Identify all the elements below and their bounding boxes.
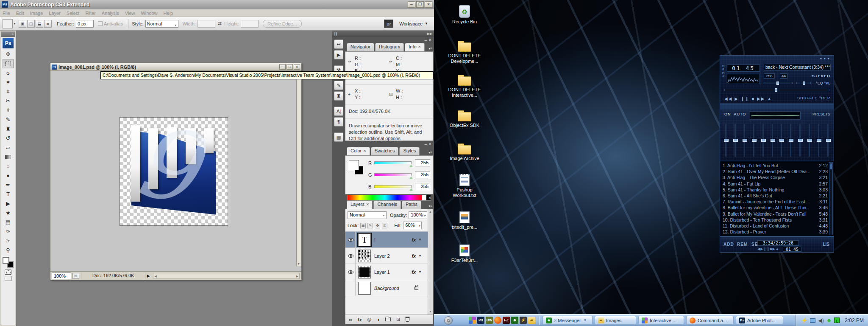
layer-name[interactable]: Layer 1 (374, 270, 390, 275)
r-value-input[interactable]: 255 (415, 159, 430, 166)
scroll-down-icon[interactable]: ▼ (297, 262, 300, 265)
eq-slider[interactable] (818, 124, 819, 157)
menu-edit[interactable]: Edit (16, 11, 24, 16)
menu-file[interactable]: File (3, 11, 10, 16)
menu-layer[interactable]: Layer (49, 11, 61, 16)
wireless-tray-icon[interactable]: ʗ (834, 318, 840, 323)
gradient-tool[interactable] (3, 152, 14, 162)
winamp-main-window[interactable]: ●●● O A I D V 01 45 back - Next Contesta… (720, 55, 834, 104)
tab-channels[interactable]: Channels (373, 200, 401, 209)
layer-row-text[interactable]: T I fx▼ (345, 232, 428, 248)
tab-histogram[interactable]: Histogram (375, 43, 404, 51)
tab-layers[interactable]: Layers× (347, 200, 373, 209)
playlist-item[interactable]: 11. Disturbed - Land of Confusion4:48 (723, 223, 828, 229)
layer-style-icon[interactable]: fx (358, 317, 362, 322)
clone-source-panel-icon[interactable]: ♜ (334, 91, 343, 101)
paragraph-panel-icon[interactable]: ¶ (334, 117, 343, 126)
layer-fx-badge[interactable]: fx (412, 253, 416, 259)
path-selection-tool[interactable]: ▶ (3, 199, 14, 208)
clock[interactable]: 3:02 PM (845, 318, 864, 323)
network-tray-icon[interactable] (810, 318, 815, 323)
eject-button[interactable]: ▲ (767, 96, 772, 101)
hand-tool[interactable]: ☞ (3, 236, 14, 246)
collapse-dock-icon[interactable]: ▶▶ (427, 31, 432, 37)
menu-image[interactable]: Image (30, 11, 43, 16)
visibility-toggle[interactable] (346, 248, 356, 264)
adjustment-layer-icon[interactable]: ◑ (377, 317, 380, 322)
foreground-color-swatch[interactable] (3, 257, 9, 264)
visibility-toggle[interactable] (346, 280, 356, 296)
quick-mask-button[interactable] (5, 270, 11, 275)
close-tab-icon[interactable]: × (418, 44, 421, 49)
marquee-tool-preset[interactable] (3, 19, 13, 28)
menu-select[interactable]: Select (67, 11, 80, 16)
notes-tool[interactable]: ▤ (3, 218, 14, 227)
close-button[interactable]: ✕ (425, 1, 432, 8)
desktop-icon-txtedit-preview[interactable]: txtedit_pre... (440, 209, 489, 230)
fill-input[interactable]: 60%▸ (403, 222, 422, 229)
refine-edge-button[interactable]: Refine Edge... (263, 20, 302, 28)
eq-slider[interactable] (734, 124, 736, 157)
desktop-icon-dont-delete-development[interactable]: DONT DELETE Developme... (440, 37, 489, 64)
winamp-transport-controls[interactable]: ◀◀ ▶ ❙❙ ■ ▶▶ ▲ (724, 96, 772, 101)
document-titlebar[interactable]: Ps Image_0001.psd @ 100% (I, RGB/8) ─ □ … (50, 63, 301, 71)
winamp-tray-icon[interactable]: ⚡ (801, 318, 807, 323)
playlist-item[interactable]: 2. Sum 41 - Over My Head (Better Off Dea… (723, 169, 828, 174)
folder-icon[interactable]: ▰ (528, 317, 535, 324)
b-value-input[interactable]: 255 (415, 183, 430, 190)
new-group-icon[interactable] (385, 318, 391, 321)
winamp-playlist[interactable]: 1. Anti-Flag - I'd Tell You But...2:12 2… (720, 161, 834, 236)
fx-expand-icon[interactable]: ▼ (418, 270, 422, 274)
width-input[interactable] (198, 20, 215, 28)
history-panel-icon[interactable]: ↩ (334, 39, 343, 49)
swap-dimensions-icon[interactable]: ⇄ (218, 21, 222, 26)
lock-all-icon[interactable]: ⚿ (382, 223, 387, 228)
winamp-seek-bar[interactable] (724, 89, 829, 91)
actions-panel-icon[interactable]: ▶ (334, 50, 343, 59)
stop-button[interactable]: ■ (751, 96, 755, 101)
slice-tool[interactable]: ✂ (3, 96, 14, 106)
panel-window-buttons[interactable]: ─ ✕ (345, 142, 433, 147)
winamp-balance-slider[interactable] (796, 82, 811, 84)
style-select[interactable]: Normal▼ (145, 20, 178, 28)
character-panel-icon[interactable]: A| (334, 107, 343, 116)
b-slider[interactable] (374, 185, 412, 188)
taskbar-button-interactive[interactable]: Interactive ... (638, 316, 684, 325)
crop-tool[interactable]: ⌗ (3, 87, 14, 96)
start-button[interactable]: ❂ (444, 316, 453, 325)
visual-studio-icon[interactable] (469, 317, 476, 324)
next-button[interactable]: ▶▶ (757, 96, 765, 101)
panel-window-buttons[interactable]: ─ ✕ (345, 196, 433, 200)
scroll-up-icon[interactable]: ▲ (429, 210, 432, 213)
playlist-item[interactable]: 12. Disturbed - Prayer3:39 (723, 229, 828, 235)
equalizer-titlebar[interactable] (720, 104, 834, 110)
layer-mask-icon[interactable]: ◎ (367, 317, 372, 322)
custom-shape-tool[interactable]: ★ (3, 208, 14, 218)
layer-thumbnail[interactable]: T (358, 233, 371, 246)
lock-position-icon[interactable]: ✥ (375, 223, 380, 228)
taskbar-button-messenger[interactable]: ☻ 3 Messenger ▼ (542, 316, 593, 325)
eraser-tool[interactable]: ▱ (3, 143, 14, 152)
layers-scrollbar[interactable]: ▲ ▼ (428, 209, 433, 324)
scroll-right-icon[interactable]: ▶ (296, 275, 298, 278)
doc-minimize-button[interactable]: ─ (279, 64, 286, 70)
close-tab-icon[interactable]: × (363, 148, 366, 153)
intersect-selection-button[interactable]: ◙ (44, 20, 52, 28)
winamp-equalizer-window[interactable]: ON AUTO PRESETS (720, 104, 834, 161)
eyedropper-tool[interactable]: ✑ (3, 227, 14, 236)
messenger-icon[interactable]: ☻ (511, 317, 518, 324)
desktop-icon-pushup-workout[interactable]: Pushup Workout.txt (440, 171, 489, 198)
desktop-icon-image-archive[interactable]: Image Archive (440, 140, 489, 161)
menu-view[interactable]: View (125, 11, 135, 16)
add-selection-button[interactable]: ◫ (27, 20, 35, 28)
pause-button[interactable]: ❙❙ (741, 96, 750, 101)
artboard[interactable]: 9 (120, 117, 228, 226)
brushes-panel-icon[interactable]: ✎ (334, 81, 343, 90)
taskbar-button-photoshop[interactable]: Ps Adobe Phot... (736, 316, 783, 325)
eq-slider[interactable] (809, 124, 810, 157)
tab-paths[interactable]: Paths (402, 200, 421, 209)
playlist-item[interactable]: 3. Anti-Flag - The Press Corpse3:21 (723, 174, 828, 180)
tab-navigator[interactable]: Navigator (347, 43, 374, 51)
brush-tool[interactable]: ✎ (3, 115, 14, 124)
dreamweaver-icon[interactable]: Dw (486, 317, 493, 324)
